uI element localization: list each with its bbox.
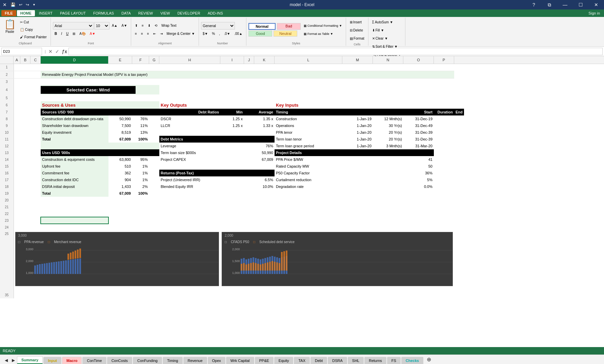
- r17-proj-irr-val[interactable]: 6.5%: [254, 176, 275, 183]
- r8-construction-start[interactable]: 1-Jan-19: [342, 115, 373, 122]
- r8-label[interactable]: Construction debt drawdown pro-rata: [41, 115, 108, 122]
- tab-dsra[interactable]: DSRA: [328, 357, 347, 364]
- r17-val[interactable]: 904: [108, 176, 132, 183]
- r9-llcr-avg[interactable]: 1.33 x: [254, 122, 275, 129]
- r15-val[interactable]: 510: [108, 163, 132, 170]
- tab-scroll-left[interactable]: ◀: [3, 357, 10, 364]
- r18-label[interactable]: DSRA initial deposit: [41, 183, 108, 190]
- r10-pct[interactable]: 13%: [132, 129, 149, 136]
- format-btn[interactable]: ▤ Format: [348, 35, 366, 42]
- help-icon[interactable]: ?: [526, 0, 542, 9]
- r19-pct[interactable]: 100%: [132, 190, 149, 197]
- insert-function-btn[interactable]: ƒx: [62, 49, 67, 54]
- good-style[interactable]: Good: [248, 30, 272, 37]
- r15-label[interactable]: Upfront fee: [41, 163, 108, 170]
- r12-leverage-label[interactable]: Leverage: [159, 143, 220, 149]
- italic-button[interactable]: I: [59, 30, 64, 38]
- col-header-h[interactable]: H: [159, 56, 220, 64]
- col-header-p[interactable]: P: [434, 56, 454, 64]
- r10-label[interactable]: Equity investment: [41, 129, 108, 136]
- r12-grace-start[interactable]: 1-Jan-20: [342, 143, 373, 149]
- close-button[interactable]: ✕: [588, 0, 604, 9]
- normal-style[interactable]: Normal: [248, 23, 276, 30]
- neutral-style[interactable]: Neutral: [274, 30, 297, 37]
- font-size-select[interactable]: 10: [94, 22, 109, 29]
- r16-label[interactable]: Commitment fee: [41, 170, 108, 176]
- cell-reference-input[interactable]: [1, 48, 42, 55]
- r23-d-selected[interactable]: [41, 217, 108, 224]
- format-as-table-btn[interactable]: ▦ Format as Table ▼: [302, 30, 344, 38]
- tab-home[interactable]: HOME: [17, 10, 35, 16]
- r12-leverage-val[interactable]: 76%: [254, 143, 275, 149]
- r9-ops-start[interactable]: 1-Jan-20: [342, 122, 373, 129]
- tab-developer[interactable]: DEVELOPER: [174, 10, 203, 16]
- decrease-indent-btn[interactable]: ⇤: [152, 30, 158, 38]
- tab-fs[interactable]: FS: [387, 357, 401, 364]
- r17-proj-irr-label[interactable]: Project (Unlevered IRR): [159, 176, 220, 183]
- confirm-formula-btn[interactable]: ✓: [55, 49, 59, 54]
- qat-redo[interactable]: ↪: [25, 2, 30, 7]
- qat-undo[interactable]: ↩: [18, 2, 23, 7]
- increase-indent-btn[interactable]: ⇥: [158, 30, 164, 38]
- r11-loan-label[interactable]: Term loan tenor: [275, 136, 342, 143]
- tab-review[interactable]: REVIEW: [135, 10, 156, 16]
- autosum-btn[interactable]: Σ AutoSum ▼: [370, 18, 403, 26]
- r11-loan-end[interactable]: 31-Dec-39: [403, 136, 434, 143]
- format-painter-button[interactable]: 🖌 Format Painter: [18, 34, 48, 41]
- minimize-button[interactable]: —: [557, 0, 573, 9]
- r13-loansize-val[interactable]: 50,990: [254, 149, 275, 156]
- col-header-g[interactable]: G: [149, 56, 159, 64]
- number-format-select[interactable]: General: [201, 22, 235, 29]
- r17-curtail-val[interactable]: 5%: [373, 176, 434, 183]
- align-bottom-btn[interactable]: ⬇: [146, 22, 152, 29]
- r11-label[interactable]: Total: [41, 136, 108, 143]
- r12-grace-end[interactable]: 31-Mar-20: [403, 143, 434, 149]
- r13-loansize-label[interactable]: Term loan size $000s: [159, 149, 220, 156]
- copy-button[interactable]: 📋 Copy: [18, 26, 48, 34]
- r8-construction-end[interactable]: 31-Dec-19: [403, 115, 434, 122]
- tab-debt[interactable]: Debt: [310, 357, 327, 364]
- tab-macro[interactable]: Macro: [62, 357, 82, 364]
- r8-dscr-min[interactable]: 1.25 x: [220, 115, 244, 122]
- col-header-e[interactable]: E: [108, 56, 132, 64]
- bold-button[interactable]: B: [53, 30, 59, 38]
- tab-opex[interactable]: Opex: [208, 357, 225, 364]
- increase-font-btn[interactable]: A▲: [110, 22, 119, 29]
- decrease-font-btn[interactable]: A▼: [120, 22, 129, 29]
- tab-file[interactable]: FILE: [1, 10, 16, 16]
- tab-pagelayout[interactable]: PAGE LAYOUT: [57, 10, 89, 16]
- r18-deg-label[interactable]: Degradation rate: [275, 183, 373, 190]
- orientation-btn[interactable]: ⟲: [153, 22, 159, 29]
- r17-label[interactable]: Construction debt IDC: [41, 176, 108, 183]
- r8-construction-dur[interactable]: 12 Mnth(s): [373, 115, 403, 122]
- r9-pct[interactable]: 11%: [132, 122, 149, 129]
- font-color-button[interactable]: A▼: [88, 30, 97, 38]
- tab-addins[interactable]: ADD-INS: [204, 10, 226, 16]
- maximize-button[interactable]: ☐: [573, 0, 588, 9]
- r11-loan-start[interactable]: 1-Jan-20: [342, 136, 373, 143]
- r9-ops-dur[interactable]: 30 Yr(s): [373, 122, 403, 129]
- signin-label[interactable]: Sign in: [586, 10, 603, 17]
- paste-button[interactable]: 📋 Paste: [2, 19, 18, 39]
- currency-btn[interactable]: $▼: [201, 30, 209, 38]
- tab-ppe[interactable]: PP&E: [255, 357, 274, 364]
- col-header-o[interactable]: O: [403, 56, 434, 64]
- r19-val[interactable]: 67,009: [108, 190, 132, 197]
- restore-icon[interactable]: ⧉: [542, 0, 557, 9]
- r9-ops-end[interactable]: 31-Dec-49: [403, 122, 434, 129]
- qat-save[interactable]: 💾: [9, 2, 17, 7]
- tab-formulas[interactable]: FORMULAS: [90, 10, 117, 16]
- grid-area[interactable]: 1 2 Renewable Energy Project Financial M…: [0, 64, 604, 347]
- r11-val[interactable]: 67,009: [108, 136, 132, 143]
- comma-btn[interactable]: ,: [217, 30, 222, 38]
- r16-pct[interactable]: 1%: [132, 170, 149, 176]
- r14-capex-label[interactable]: Project CAPEX: [159, 156, 220, 163]
- tab-concosts[interactable]: ConCosts: [107, 357, 132, 364]
- col-header-j[interactable]: J: [244, 56, 254, 64]
- r10-val[interactable]: 8,519: [108, 129, 132, 136]
- r18-deg-val[interactable]: 0.0%: [373, 183, 434, 190]
- r17-pct[interactable]: 1%: [132, 176, 149, 183]
- tab-returns[interactable]: Returns: [364, 357, 386, 364]
- r8-dscr-label[interactable]: DSCR: [159, 115, 220, 122]
- tab-timing[interactable]: Timing: [163, 357, 183, 364]
